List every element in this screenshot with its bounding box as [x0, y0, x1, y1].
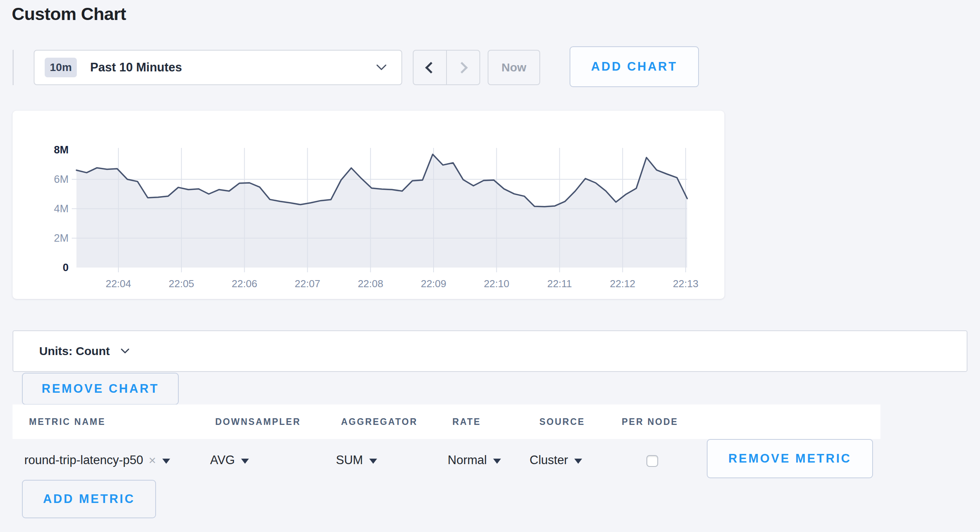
- chart-card: 22:0422:0522:0622:0722:0822:0922:1022:11…: [13, 111, 724, 299]
- add-chart-button[interactable]: ADD CHART: [570, 46, 699, 87]
- time-range-label: Past 10 Minutes: [90, 60, 182, 75]
- time-range-badge: 10m: [45, 58, 77, 77]
- aggregator-dropdown[interactable]: SUM: [336, 443, 377, 477]
- rate-dropdown[interactable]: Normal: [448, 443, 501, 477]
- caret-down-icon: [241, 459, 249, 464]
- chevron-down-icon: [121, 348, 129, 354]
- svg-text:22:06: 22:06: [232, 278, 257, 290]
- custom-chart-page: Custom Chart 10m Past 10 Minutes Now ADD…: [0, 0, 980, 532]
- table-row: round-trip-latency-p50 × AVG SUM Normal …: [13, 443, 967, 477]
- time-range-select[interactable]: 10m Past 10 Minutes: [34, 50, 402, 85]
- units-label: Units: Count: [39, 344, 110, 358]
- custom-chart-svg[interactable]: 22:0422:0522:0622:0722:0822:0922:1022:11…: [13, 111, 724, 299]
- svg-text:2M: 2M: [54, 232, 69, 244]
- metric-name-value: round-trip-latency-p50: [24, 453, 143, 467]
- svg-text:22:05: 22:05: [169, 278, 194, 290]
- now-button[interactable]: Now: [488, 50, 540, 85]
- svg-text:8M: 8M: [54, 144, 69, 156]
- caret-down-icon: [574, 459, 582, 464]
- header-per-node: PER NODE: [622, 404, 678, 439]
- metrics-table-header: METRIC NAME DOWNSAMPLER AGGREGATOR RATE …: [13, 404, 880, 439]
- svg-text:22:08: 22:08: [358, 278, 383, 290]
- svg-text:22:11: 22:11: [547, 278, 572, 290]
- chevron-right-icon: [456, 62, 468, 73]
- units-select[interactable]: Units: Count: [13, 330, 967, 372]
- page-title: Custom Chart: [12, 4, 126, 24]
- svg-text:22:10: 22:10: [484, 278, 509, 290]
- svg-text:4M: 4M: [54, 203, 69, 215]
- rate-value: Normal: [448, 453, 487, 467]
- header-aggregator: AGGREGATOR: [341, 404, 417, 439]
- header-source: SOURCE: [539, 404, 585, 439]
- per-node-checkbox[interactable]: [646, 455, 658, 467]
- clear-metric-icon[interactable]: ×: [149, 454, 156, 466]
- remove-metric-button[interactable]: REMOVE METRIC: [707, 439, 873, 478]
- svg-text:22:07: 22:07: [295, 278, 320, 290]
- toolbar-divider: [13, 50, 14, 85]
- header-downsampler: DOWNSAMPLER: [215, 404, 301, 439]
- svg-text:6M: 6M: [54, 173, 69, 185]
- metric-name-dropdown[interactable]: round-trip-latency-p50 ×: [24, 443, 170, 477]
- caret-down-icon: [162, 459, 170, 464]
- aggregator-value: SUM: [336, 453, 363, 467]
- source-dropdown[interactable]: Cluster: [530, 443, 582, 477]
- svg-text:22:09: 22:09: [421, 278, 446, 290]
- svg-text:22:04: 22:04: [105, 278, 131, 290]
- downsampler-dropdown[interactable]: AVG: [210, 443, 249, 477]
- time-back-button[interactable]: [414, 51, 447, 84]
- svg-text:22:12: 22:12: [610, 278, 635, 290]
- header-rate: RATE: [452, 404, 481, 439]
- chevron-down-icon: [376, 64, 387, 71]
- time-forward-button[interactable]: [447, 51, 479, 84]
- chevron-left-icon: [425, 62, 437, 73]
- svg-text:22:13: 22:13: [673, 278, 699, 290]
- downsampler-value: AVG: [210, 453, 235, 467]
- caret-down-icon: [493, 459, 501, 464]
- time-pager: [413, 50, 480, 85]
- header-metric-name: METRIC NAME: [29, 404, 105, 439]
- add-metric-button[interactable]: ADD METRIC: [22, 480, 156, 518]
- source-value: Cluster: [530, 453, 568, 467]
- caret-down-icon: [369, 459, 377, 464]
- svg-text:0: 0: [63, 262, 69, 273]
- remove-chart-button[interactable]: REMOVE CHART: [22, 373, 179, 405]
